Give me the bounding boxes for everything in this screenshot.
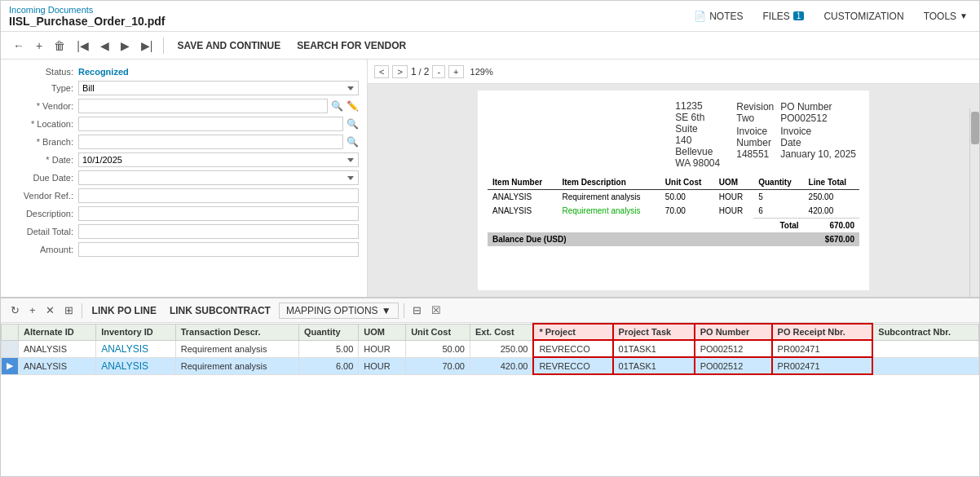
- col-project-task: Project Task: [613, 324, 695, 340]
- files-count-badge: 1: [793, 11, 805, 20]
- link-po-line-button[interactable]: LINK PO LINE: [87, 303, 161, 318]
- delete-row-button[interactable]: ✕: [42, 303, 58, 318]
- pdf-total-value: 670.00: [804, 219, 859, 233]
- pdf-row1-total: 250.00: [804, 190, 859, 205]
- detail-total-input[interactable]: 670.00: [78, 224, 359, 239]
- branch-search-icon[interactable]: 🔍: [347, 136, 359, 148]
- pdf-col-qty: Quantity: [753, 175, 803, 190]
- location-search-icon[interactable]: 🔍: [347, 118, 359, 130]
- table-row: ANALYSIS Requirement analysis 50.00 HOUR…: [488, 190, 859, 205]
- next-button[interactable]: ▶: [117, 38, 134, 54]
- files-button[interactable]: FILES 1: [759, 9, 807, 24]
- vendor-label: * Vendor:: [9, 101, 78, 111]
- row2-inventory-link[interactable]: ANALYSIS: [101, 360, 148, 372]
- col-unit-cost: Unit Cost: [406, 324, 470, 340]
- pdf-col-item: Item Number: [488, 175, 557, 190]
- location-input[interactable]: MAIN - Primary Location: [78, 117, 343, 131]
- refresh-button[interactable]: ↻: [7, 303, 23, 318]
- location-row: * Location: MAIN - Primary Location 🔍: [9, 117, 359, 131]
- pdf-zoom-out-btn[interactable]: -: [432, 65, 445, 78]
- grid-view-button[interactable]: ⊞: [61, 303, 77, 318]
- right-panel: < > 1 / 2 - + 129% 11235 SE 6th Suite: [368, 60, 979, 297]
- detail-total-field: 670.00: [78, 224, 359, 239]
- mapping-dropdown-icon: ▼: [382, 305, 391, 316]
- scrollbar-thumb[interactable]: [971, 112, 979, 144]
- vendor-field: IISL - International Integrated Solution…: [78, 99, 359, 113]
- pdf-prev-btn[interactable]: <: [374, 65, 389, 78]
- first-button[interactable]: |◀: [73, 38, 93, 54]
- due-date-select[interactable]: [78, 170, 359, 185]
- search-vendor-button[interactable]: SEARCH FOR VENDOR: [290, 38, 413, 53]
- prev-button[interactable]: ◀: [96, 38, 113, 54]
- type-select[interactable]: Bill: [78, 81, 359, 95]
- pdf-col-unit-cost: Unit Cost: [660, 175, 714, 190]
- vendor-ref-field: 148551: [78, 188, 359, 203]
- description-label: Description:: [9, 209, 78, 219]
- row1-subcontract: [872, 340, 978, 357]
- mapping-options-button[interactable]: MAPPING OPTIONS ▼: [279, 303, 399, 319]
- pdf-scrollbar[interactable]: [969, 108, 979, 297]
- bottom-toolbar: ↻ + ✕ ⊞ LINK PO LINE LINK SUBCONTRACT MA…: [1, 298, 979, 323]
- row1-project-task: 01TASK1: [613, 340, 695, 357]
- vendor-ref-input[interactable]: 148551: [78, 188, 359, 203]
- amount-input[interactable]: 670.00: [78, 242, 359, 257]
- amount-label: Amount:: [9, 245, 78, 254]
- add-row-button[interactable]: +: [26, 303, 39, 318]
- export-button[interactable]: ☒: [428, 303, 444, 318]
- location-field: MAIN - Primary Location 🔍: [78, 117, 359, 131]
- row2-alternate-id: ANALYSIS: [19, 357, 96, 374]
- save-continue-button[interactable]: SAVE AND CONTINUE: [170, 38, 287, 53]
- pdf-balance-label: Balance Due (USD): [488, 232, 804, 246]
- row2-qty: 6.00: [298, 357, 358, 374]
- row1-descr: Requirement analysis: [175, 340, 298, 357]
- description-input[interactable]: [78, 206, 359, 221]
- pdf-row2-desc: Requirement analysis: [557, 204, 660, 219]
- row1-inventory-id: ANALYSIS: [96, 340, 176, 357]
- left-panel: Status: Recognized Type: Bill * Vendor: …: [1, 60, 368, 297]
- tools-dropdown-icon: ▼: [960, 11, 968, 20]
- pdf-toolbar: < > 1 / 2 - + 129%: [368, 60, 979, 84]
- row2-inventory-id: ANALYSIS: [96, 357, 176, 374]
- pdf-zoom-in-btn[interactable]: +: [448, 65, 463, 78]
- pdf-next-btn[interactable]: >: [392, 65, 407, 78]
- row1-uom: HOUR: [359, 340, 406, 357]
- vendor-search-icon[interactable]: 🔍: [331, 100, 343, 112]
- breadcrumb[interactable]: Incoming Documents: [9, 5, 165, 15]
- pdf-row1-uom: HOUR: [714, 190, 753, 205]
- pdf-row2-qty: 6: [753, 204, 803, 219]
- row-indicator-2: ▶: [2, 357, 19, 374]
- col-alternate-id: Alternate ID: [19, 324, 96, 340]
- branch-field: PRODWHOLE - Products Wholesale 🔍: [78, 135, 359, 149]
- status-text: Recognized: [78, 67, 129, 77]
- description-row: Description:: [9, 206, 359, 221]
- col-transaction-descr: Transaction Descr.: [175, 324, 298, 340]
- row1-inventory-link[interactable]: ANALYSIS: [101, 343, 148, 355]
- delete-button[interactable]: 🗑: [50, 38, 69, 54]
- last-button[interactable]: ▶|: [137, 38, 157, 54]
- notes-button[interactable]: 📄 NOTES: [691, 9, 746, 24]
- type-row: Type: Bill: [9, 81, 359, 95]
- vendor-edit-icon[interactable]: ✏️: [347, 100, 359, 112]
- grid-container[interactable]: Alternate ID Inventory ID Transaction De…: [1, 323, 979, 476]
- pdf-row1-qty: 5: [753, 190, 803, 205]
- back-button[interactable]: ←: [9, 38, 29, 54]
- row2-uom: HOUR: [359, 357, 406, 374]
- fit-button[interactable]: ⊟: [409, 303, 425, 318]
- row2-po-receipt: PR002471: [772, 357, 873, 374]
- add-button[interactable]: +: [32, 38, 46, 54]
- pdf-col-desc: Item Description: [557, 175, 660, 190]
- vendor-input[interactable]: IISL - International Integrated Solution…: [78, 99, 328, 113]
- bottom-sep-2: [404, 303, 404, 318]
- date-select[interactable]: 10/1/2025: [78, 152, 359, 167]
- link-subcontract-button[interactable]: LINK SUBCONTRACT: [165, 303, 276, 318]
- due-date-label: Due Date:: [9, 173, 78, 183]
- bottom-panel: ↻ + ✕ ⊞ LINK PO LINE LINK SUBCONTRACT MA…: [1, 297, 979, 476]
- due-date-row: Due Date:: [9, 170, 359, 185]
- customization-button[interactable]: CUSTOMIZATION: [820, 9, 907, 24]
- tools-button[interactable]: TOOLS ▼: [920, 9, 971, 24]
- status-label: Status:: [9, 67, 78, 77]
- col-uom: UOM: [359, 324, 406, 340]
- type-field: Bill: [78, 81, 359, 95]
- branch-input[interactable]: PRODWHOLE - Products Wholesale: [78, 135, 343, 149]
- pdf-col-line-total: Line Total: [804, 175, 859, 190]
